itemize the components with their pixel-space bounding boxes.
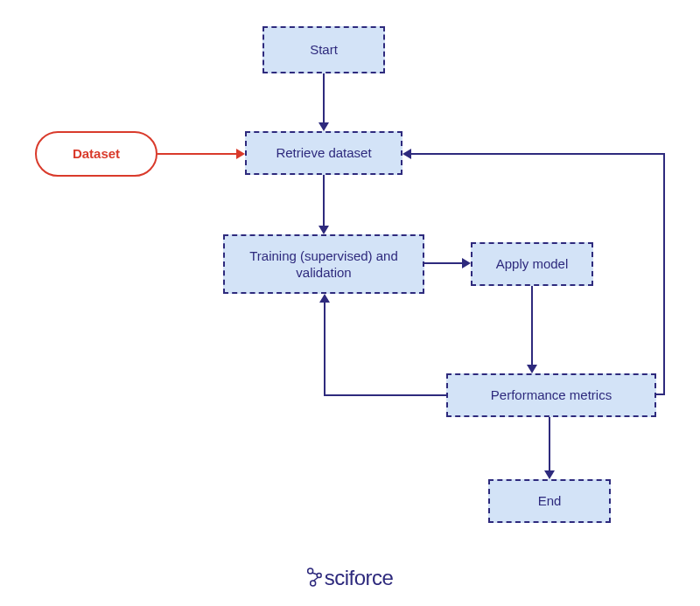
dataset-label: Dataset — [73, 145, 120, 163]
arrow-metrics-retrieve-h1 — [656, 394, 665, 395]
arrowhead-retrieve-training — [318, 226, 329, 234]
arrowhead-dataset-retrieve — [236, 149, 245, 159]
svg-point-2 — [311, 581, 316, 586]
retrieve-node: Retrieve dataset — [245, 131, 402, 175]
start-label: Start — [310, 41, 338, 59]
arrow-metrics-training-v — [324, 303, 326, 396]
arrow-metrics-end — [549, 417, 550, 470]
training-node: Training (supervised) and validation — [223, 234, 424, 294]
logo: sciforce — [307, 566, 394, 590]
dataset-node: Dataset — [35, 131, 158, 177]
apply-label: Apply model — [496, 255, 569, 273]
arrowhead-start-retrieve — [318, 122, 329, 131]
arrow-retrieve-training — [323, 175, 325, 226]
arrowhead-apply-metrics — [527, 365, 537, 373]
arrowhead-training-apply — [462, 258, 471, 268]
training-label: Training (supervised) and validation — [235, 247, 412, 282]
apply-node: Apply model — [471, 242, 593, 286]
arrow-metrics-retrieve-h2 — [411, 153, 665, 155]
arrow-metrics-training-h — [324, 394, 446, 396]
logo-icon — [307, 568, 323, 589]
retrieve-label: Retrieve dataset — [276, 144, 371, 162]
svg-line-4 — [314, 577, 318, 581]
arrowhead-metrics-retrieve — [402, 149, 411, 159]
end-label: End — [538, 492, 562, 510]
arrow-metrics-retrieve-v — [663, 153, 665, 395]
end-node: End — [488, 479, 611, 523]
arrow-start-retrieve — [323, 73, 325, 122]
arrowhead-metrics-training — [319, 294, 330, 303]
arrow-apply-metrics — [531, 286, 533, 365]
arrow-dataset-retrieve — [158, 153, 236, 155]
svg-line-3 — [312, 573, 318, 575]
metrics-node: Performance metrics — [446, 373, 656, 417]
arrowhead-metrics-end — [544, 470, 555, 479]
logo-text: sciforce — [325, 566, 394, 590]
arrow-training-apply — [424, 262, 462, 264]
start-node: Start — [262, 26, 385, 73]
metrics-label: Performance metrics — [491, 387, 612, 404]
